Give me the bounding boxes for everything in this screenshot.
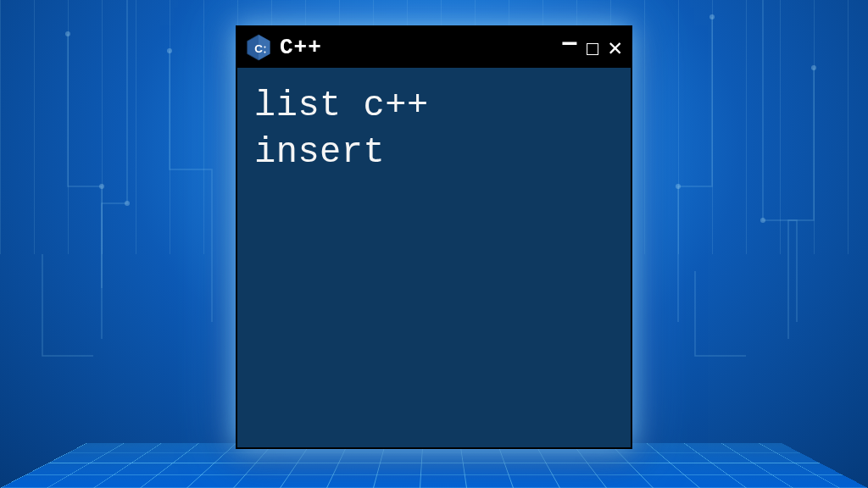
terminal-text: list c++ insert [254, 83, 614, 175]
window-controls: — ☐ ✕ [562, 36, 622, 59]
cpp-logo-icon: C + + [246, 33, 271, 62]
close-button[interactable]: ✕ [608, 36, 622, 59]
window-title: C++ [280, 35, 554, 60]
svg-point-7 [811, 65, 816, 70]
svg-point-1 [99, 184, 104, 189]
terminal-window: C + + C++ — ☐ ✕ list c++ insert [236, 25, 632, 449]
svg-point-6 [760, 218, 765, 223]
svg-point-3 [167, 48, 172, 53]
svg-text:+: + [264, 49, 267, 54]
maximize-button[interactable]: ☐ [585, 36, 599, 59]
svg-point-5 [676, 184, 681, 189]
background-floor-grid [0, 443, 868, 488]
svg-text:C: C [254, 42, 263, 55]
terminal-content[interactable]: list c++ insert [237, 68, 631, 447]
minimize-button[interactable]: — [562, 30, 576, 54]
window-titlebar[interactable]: C + + C++ — ☐ ✕ [237, 27, 631, 68]
svg-point-4 [709, 14, 715, 19]
svg-point-2 [125, 201, 130, 206]
svg-point-0 [65, 31, 70, 36]
